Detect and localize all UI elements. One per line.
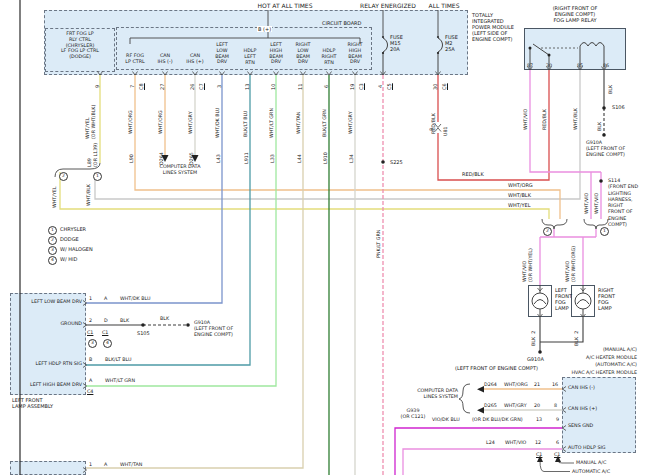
variant-2-fog: 2 [543, 227, 552, 236]
fog-lamp-relay-label: (RIGHT FRONT OF ENGINE COMPT) FOG LAMP R… [523, 5, 627, 23]
variant-1-fog: 1 [600, 227, 609, 236]
variant-4-hid: 4 [103, 339, 112, 348]
conn-c7: C7 [198, 83, 204, 90]
pin-2-ground: 2 [89, 318, 92, 324]
wire-l90-wht-org [135, 75, 560, 219]
wire-blk-lt-blu-row: BLK/LT BLU [105, 357, 131, 363]
braces [55, 163, 608, 413]
pin-right-low-beam-drv: RIGHT LOW BEAM DRV [291, 42, 315, 65]
circuit-l89: L89 (OR L139) [87, 143, 99, 167]
pin-can-ihs-minus: CAN IHS (-) [151, 53, 179, 65]
conn-c4: C4 [87, 389, 93, 395]
wire-wht-gry-hvac: WHT/GRY [504, 403, 527, 409]
wire-blk-lt-blu: BLK/LT BLU [243, 111, 249, 137]
conn-c8: C8 [138, 83, 144, 90]
wire-wht-vio-leg1: WHT/VIO [584, 193, 590, 214]
pin-hdlp-right-rtn: HDLP RIGHT RTN [317, 48, 341, 65]
legend-1-num: 1 [48, 226, 57, 235]
tipm-pin-13: 13 [244, 84, 250, 90]
pin-left-low-beam-drv: LEFT LOW BEAM DRV [210, 42, 234, 65]
pin-1-right-low: 1 [89, 462, 92, 468]
circuit-l33: L33 [270, 154, 276, 163]
wiring-svg [0, 0, 650, 475]
splice-s225-label: S225 [390, 159, 403, 165]
wire-vio-dk-blu: VIO/DK BLU [432, 417, 460, 423]
wire-blk-g910a: BLK [597, 122, 603, 131]
hvac-can-ihs-minus: CAN IHS (-) [568, 385, 595, 391]
tipm-pin-9: 9 [94, 85, 100, 88]
wiring-diagram-page: HOT AT ALL TIMESRELAY ENERGIZEDALL TIMES… [0, 0, 650, 475]
conn-c1-b: C1 [102, 330, 108, 336]
wire-wht-org-hvac: WHT/ORG [504, 382, 528, 388]
wire-right-fog-feed: WHT/VIO (OR WHT/ORG) [565, 246, 577, 282]
wire-wht-gry-d265: WHT/GRY [188, 111, 194, 134]
circuit-l34: L34 [349, 154, 355, 163]
wire-wht-blk-leg: WHT/BLK [86, 184, 92, 206]
hvac-pin-6: 6 [556, 440, 559, 446]
hvac-module-header: (MANUAL A/C) A/C HEATER MODULE (AUTOMATI… [552, 346, 637, 376]
legend-4-num: 4 [48, 256, 57, 265]
callout-manual-ac: MANUAL A/C [576, 460, 606, 466]
tipm-pin-11: 11 [297, 84, 303, 90]
wire-wht-lt-grn: WHT/LT GRN [269, 108, 275, 138]
circuit-l24: L24 [486, 440, 495, 446]
relay-pin-85: 85 [577, 63, 583, 69]
conn-c1-auto: C1 [554, 452, 560, 458]
wire-wht-org-l90: WHT/ORG [128, 110, 134, 134]
conn-c6: C6 [441, 83, 447, 90]
wire-vio-dk-blu-alt: (OR DK BLU/DK GRN) [472, 417, 523, 423]
wire-wht-vio-hvac: WHT/VIO [505, 440, 526, 446]
circuit-l910: L910 [323, 152, 329, 164]
wire-red-blk-relay: RED/BLK [542, 109, 548, 130]
row-left-high-beam-drv: LEFT HIGH BEAM DRV [12, 382, 82, 388]
fuse-m2-label: FUSE M2 25A [445, 34, 458, 52]
wire-red-blk [438, 70, 549, 180]
conn-u81: U81 [443, 126, 449, 136]
ground-g910a-left: G910A (LEFT FRONT OF ENGINE COMPT) [194, 320, 233, 337]
wire-wht-dk-blu-row: WHT/DK BLU [120, 296, 151, 302]
wire-blk-left-fog: BLK 2 [531, 331, 537, 346]
tipm-pin-10: 10 [270, 84, 276, 90]
wire-wht-tan-row: WHT/TAN [120, 462, 142, 468]
pin-1-left-low: 1 [89, 296, 92, 302]
wire-wht-tan: WHT/TAN [296, 112, 302, 134]
tipm-pin-4: 4 [377, 85, 383, 88]
pin-can-ihs-plus: CAN IHS (+) [181, 53, 209, 65]
wire-blk-row: BLK [120, 318, 129, 324]
fuse-m15-symbol [383, 38, 388, 75]
hvac-can-ihs-plus: CAN IHS (+) [568, 406, 597, 412]
relay-pin-87: 87 [527, 63, 533, 69]
pin-a-high: A [89, 378, 92, 384]
ground-g910a-fog: G910A [527, 356, 544, 362]
wire-wht-dk-blu: WHT/DK BLU [215, 108, 221, 139]
wire-blk-lt-grn: BLK/LT GRN [322, 109, 328, 137]
label-red-blk-h: RED/BLK [462, 171, 484, 177]
right-front-fog-lamp-label: RIGHT FRONT FOG LAMP [598, 287, 615, 311]
tipm-pin-26: 26 [189, 84, 195, 90]
conn-c5: C5 [386, 83, 392, 90]
splice-s105-label: S105 [137, 330, 150, 336]
row-left-low-beam-drv: LEFT LOW BEAM DRV [12, 299, 82, 305]
circuit-l43: L43 [216, 154, 222, 163]
pin-d-ground: D [104, 318, 108, 324]
wire-wht-yel-branch [60, 172, 549, 219]
tipm-pin-19: 19 [349, 84, 355, 90]
pin-left-high-beam-drv: LEFT HIGH BEAM DRV [264, 42, 288, 65]
left-front-lamp-assembly-label: LEFT FRONT LAMP ASSEMBLY [12, 397, 53, 409]
ground-g910a-relay: G910A (LEFT FRONT OF ENGINE COMPT) [586, 140, 625, 157]
label-wht-blk-h: WHT/BLK [508, 192, 531, 198]
computer-data-lines-top: COMPUTER DATA LINES SYSTEM [148, 164, 212, 176]
wire-pnk-lt-grn: PNK/LT GRN [376, 230, 382, 258]
conn-c3: C3 [358, 83, 364, 90]
label-wht-yel-h: WHT/YEL [508, 202, 530, 208]
banner-hot-at-all-times: HOT AT ALL TIMES [233, 2, 337, 9]
tipm-sub-box-label: FRT FOG LP RLY CTRL (CHRYSLER) LF FOG LP… [47, 31, 113, 60]
variant-2-left-split: 2 [59, 172, 68, 181]
relay-pin-86: 86 [603, 63, 609, 69]
splice-s106-label: S106 [612, 104, 625, 110]
hvac-auto-hdlp-sig: AUTO HDLP SIG [568, 445, 606, 451]
circuit-l90: L90 [129, 154, 135, 163]
conn-c1-a: C1 [87, 330, 93, 336]
hvac-pin-13: 13 [536, 417, 542, 423]
fuse-m2-symbol [438, 38, 443, 75]
